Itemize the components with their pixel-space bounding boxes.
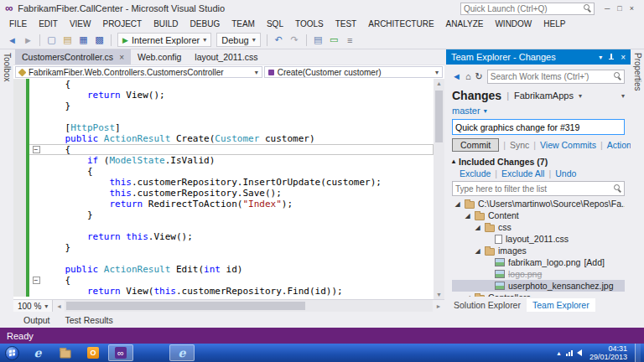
refresh-icon[interactable]: ↻ bbox=[475, 71, 483, 82]
tab-layout-2011-css[interactable]: layout_2011.css bbox=[188, 49, 264, 65]
code-text[interactable]: { bbox=[43, 166, 93, 177]
breakpoint-margin[interactable] bbox=[13, 155, 26, 166]
new-file-icon[interactable]: ▢ bbox=[44, 33, 59, 47]
menu-item-team[interactable]: TEAM bbox=[226, 18, 261, 29]
menu-item-architecture[interactable]: ARCHITECTURE bbox=[362, 18, 439, 29]
code-text[interactable]: { bbox=[43, 79, 70, 90]
menu-item-help[interactable]: HELP bbox=[538, 18, 571, 29]
breakpoint-margin[interactable] bbox=[13, 220, 26, 231]
configuration-dropdown[interactable]: Debug▾ bbox=[216, 33, 260, 47]
scroll-down-icon[interactable]: ▼ bbox=[434, 292, 444, 297]
code-text[interactable]: this.customerRepository.Save(); bbox=[43, 188, 282, 199]
expander-icon[interactable]: ◢ bbox=[454, 200, 461, 208]
code-text[interactable]: } bbox=[43, 209, 93, 220]
breakpoint-margin[interactable] bbox=[13, 101, 26, 111]
code-text[interactable]: [HttpPost] bbox=[43, 122, 121, 133]
expander-icon[interactable]: ◢ bbox=[474, 247, 481, 255]
breakpoint-margin[interactable] bbox=[13, 264, 26, 275]
code-text[interactable]: return this.View(); bbox=[43, 231, 193, 242]
commit-button[interactable]: Commit bbox=[452, 138, 499, 152]
work-item-search-input[interactable] bbox=[491, 72, 614, 81]
tree-item[interactable]: ◢css bbox=[452, 221, 625, 233]
collapse-region-icon[interactable]: − bbox=[33, 277, 40, 284]
internet-explorer-window[interactable]: e bbox=[169, 344, 195, 361]
filter-input[interactable] bbox=[455, 184, 614, 194]
sync-link[interactable]: Sync bbox=[510, 140, 529, 150]
visual-studio[interactable]: ∞ bbox=[108, 344, 133, 361]
taskbar-clock[interactable]: 04:31 29/01/2013 bbox=[586, 344, 631, 361]
tree-item[interactable]: logo.png bbox=[452, 268, 625, 280]
find-in-files-icon[interactable]: ▤ bbox=[311, 33, 325, 47]
save-all-icon[interactable]: ▩ bbox=[92, 33, 106, 47]
tab-web-config[interactable]: Web.config bbox=[131, 49, 188, 65]
actions-link[interactable]: Actions bbox=[607, 140, 631, 150]
zoom-control[interactable]: 100 % ▾ bbox=[13, 300, 53, 312]
undo-icon[interactable]: ↶ bbox=[272, 33, 286, 47]
code-text[interactable]: } bbox=[43, 242, 70, 253]
breakpoint-margin[interactable] bbox=[13, 111, 26, 122]
menu-item-file[interactable]: FILE bbox=[3, 18, 33, 29]
code-text[interactable]: return View(); bbox=[43, 90, 165, 101]
network-icon[interactable] bbox=[566, 350, 573, 356]
windows-explorer[interactable] bbox=[53, 344, 78, 361]
code-editor[interactable]: { return View(); } [HttpPost] public Act… bbox=[13, 79, 444, 299]
scroll-right-icon[interactable]: ► bbox=[433, 300, 444, 312]
quick-launch-box[interactable] bbox=[460, 3, 595, 15]
tree-item[interactable]: ◢C:\Users\martinwo\Source\Repos\Fa... bbox=[452, 198, 625, 209]
close-icon[interactable]: × bbox=[621, 53, 626, 62]
save-icon[interactable]: ▦ bbox=[76, 33, 91, 47]
code-text[interactable]: public ActionResult Edit(int id) bbox=[43, 264, 242, 275]
breakpoint-margin[interactable] bbox=[13, 209, 26, 220]
tab-test-results[interactable]: Test Results bbox=[59, 313, 120, 327]
forward-icon[interactable]: ► bbox=[21, 33, 35, 47]
close-button[interactable]: × bbox=[630, 4, 634, 13]
code-text[interactable]: { bbox=[43, 144, 70, 155]
expander-icon[interactable]: ◢ bbox=[464, 212, 471, 220]
menu-item-debug[interactable]: DEBUG bbox=[184, 18, 226, 29]
tab-customerscontroller-cs[interactable]: CustomersController.cs× bbox=[15, 49, 131, 65]
menu-item-build[interactable]: BUILD bbox=[148, 18, 184, 29]
menu-item-test[interactable]: TEST bbox=[330, 18, 363, 29]
tab-solution-explorer[interactable]: Solution Explorer bbox=[448, 298, 527, 312]
internet-explorer[interactable]: e bbox=[25, 344, 50, 361]
tree-item[interactable]: userphoto_kensanchez.jpg bbox=[452, 280, 625, 292]
minimize-button[interactable]: ─ bbox=[605, 4, 610, 13]
breakpoint-margin[interactable] bbox=[13, 122, 26, 133]
member-dropdown[interactable]: Create(Customer customer) ▾ bbox=[264, 66, 443, 78]
breakpoint-margin[interactable] bbox=[13, 199, 26, 209]
menu-item-analyze[interactable]: ANALYZE bbox=[440, 18, 490, 29]
code-text[interactable]: public ActionResult Create(Customer cust… bbox=[43, 133, 315, 144]
expander-icon[interactable]: ◢ bbox=[474, 224, 481, 231]
breakpoint-margin[interactable] bbox=[13, 133, 26, 144]
horizontal-scrollbar-thumb[interactable] bbox=[66, 302, 305, 310]
menu-item-edit[interactable]: EDIT bbox=[33, 18, 64, 29]
exclude-all-link[interactable]: Exclude All bbox=[501, 168, 544, 178]
hidden-icons-button[interactable]: ▲ bbox=[556, 350, 562, 356]
toolbox-tab[interactable]: Toolbox bbox=[0, 49, 13, 328]
back-icon[interactable]: ◄ bbox=[452, 71, 461, 81]
menu-item-tools[interactable]: TOOLS bbox=[289, 18, 330, 29]
menu-item-project[interactable]: PROJECT bbox=[96, 18, 148, 29]
collapse-region-icon[interactable]: − bbox=[33, 146, 40, 153]
branch-selector[interactable]: master bbox=[452, 106, 480, 116]
scroll-left-icon[interactable]: ◄ bbox=[53, 300, 65, 312]
breakpoint-margin[interactable] bbox=[13, 166, 26, 177]
restore-button[interactable]: □ bbox=[617, 4, 621, 13]
tree-item[interactable]: layout_2011.css bbox=[452, 233, 625, 245]
back-icon[interactable]: ◄ bbox=[5, 33, 19, 47]
breakpoint-margin[interactable] bbox=[13, 253, 26, 264]
scroll-up-icon[interactable]: ▲ bbox=[434, 80, 444, 86]
breakpoint-margin[interactable] bbox=[13, 275, 26, 286]
breakpoint-margin[interactable] bbox=[13, 188, 26, 199]
properties-tab[interactable]: Properties bbox=[631, 49, 644, 328]
options-icon[interactable]: ≡ bbox=[343, 33, 357, 47]
vertical-scrollbar-thumb[interactable] bbox=[435, 90, 443, 142]
chevron-down-icon[interactable]: ▾ bbox=[621, 92, 625, 100]
breakpoint-margin[interactable] bbox=[13, 242, 26, 253]
breakpoint-margin[interactable] bbox=[13, 177, 26, 188]
team-explorer-title-bar[interactable]: Team Explorer - Changes ▾ × bbox=[446, 49, 631, 65]
breakpoint-margin[interactable] bbox=[13, 286, 26, 297]
project-name[interactable]: FabrikamApps bbox=[514, 90, 574, 101]
filter-box[interactable] bbox=[452, 181, 625, 196]
commit-message-box[interactable] bbox=[452, 119, 625, 135]
